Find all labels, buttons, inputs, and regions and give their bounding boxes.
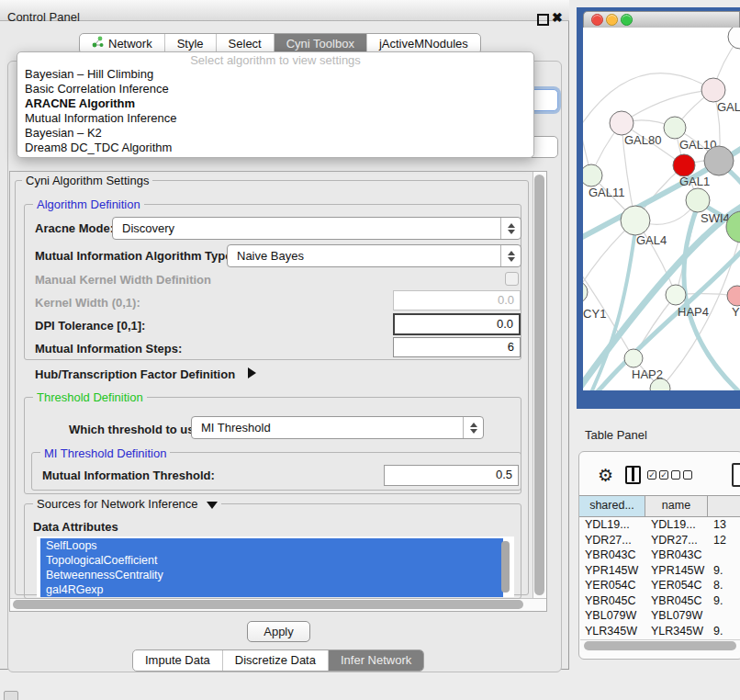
table-row[interactable]: YBR045CYBR045C9.: [579, 593, 740, 609]
attributes-list-scrollbar-thumb[interactable]: [501, 541, 510, 593]
table-cell: 12: [708, 533, 740, 548]
aracne-mode-select[interactable]: Discovery: [112, 217, 521, 240]
network-node-top-partial[interactable]: [728, 28, 740, 49]
table-cell: 13: [708, 517, 740, 533]
attribute-item[interactable]: SelfLoops: [40, 538, 503, 553]
table-row[interactable]: YPR145WYPR145W9.: [579, 563, 740, 579]
vertical-scrollbar-thumb[interactable]: [534, 175, 544, 595]
checked-columns-icon[interactable]: ✓✓: [647, 470, 668, 480]
network-node-GAL80[interactable]: [610, 111, 633, 135]
table-row[interactable]: YER054CYER054C8.: [579, 578, 740, 593]
network-node-GAL10[interactable]: [664, 117, 686, 139]
network-node-label: GAL11: [589, 186, 625, 199]
kernel-width-field[interactable]: 0.0: [393, 290, 521, 310]
mi-threshold-field[interactable]: 0.5: [384, 465, 519, 486]
network-node-gray-node[interactable]: [704, 146, 734, 175]
algorithm-option[interactable]: ARACNE Algorithm: [17, 96, 533, 111]
network-node-GCY1[interactable]: [583, 281, 588, 303]
table-hscrollbar-thumb[interactable]: [584, 641, 736, 650]
table-row[interactable]: YLR345WYLR345W9.: [579, 624, 740, 639]
close-icon[interactable]: ✖: [552, 10, 563, 25]
tab-label: Infer Network: [341, 650, 411, 671]
stepper-arrows-icon: [500, 245, 521, 266]
minimize-traffic-icon[interactable]: [606, 14, 618, 26]
algorithm-option[interactable]: Bayesian – K2: [17, 126, 533, 141]
stepper-arrows-icon: [463, 417, 483, 438]
dpi-tolerance-field[interactable]: 0.0: [393, 313, 521, 335]
table-row[interactable]: YDR27...YDR27...12: [579, 533, 740, 548]
hub-factor-expander[interactable]: Hub/Transcription Factor Definition: [35, 367, 256, 381]
collapsed-panel-button[interactable]: [4, 691, 18, 700]
network-canvas[interactable]: GAL7GAL80GAL10GAL1GAL11SWI4GAL4GCY1HAP4Y…: [583, 28, 740, 390]
tab-infer-network[interactable]: Infer Network: [328, 650, 423, 671]
algorithm-option[interactable]: Mutual Information Inference: [17, 111, 533, 126]
tab-discretize-data[interactable]: Discretize Data: [222, 650, 328, 671]
attribute-item[interactable]: gal4RGexp: [40, 582, 503, 597]
mi-type-value: Naive Bayes: [228, 249, 500, 263]
tab-select[interactable]: Select: [216, 34, 274, 53]
horizontal-scrollbar-thumb[interactable]: [13, 600, 523, 609]
network-node-label: GAL1: [679, 175, 710, 188]
table-column-header[interactable]: name: [645, 496, 708, 516]
which-threshold-select[interactable]: MI Threshold: [191, 416, 484, 439]
network-node-SWI4[interactable]: [686, 188, 710, 212]
algorithm-option[interactable]: Bayesian – Hill Climbing: [17, 67, 533, 82]
split-view-icon[interactable]: [625, 466, 641, 484]
network-node-label: Y: [732, 305, 740, 319]
tab-style[interactable]: Style: [164, 34, 216, 53]
manual-kernel-label: Manual Kernel Width Definition: [35, 273, 211, 287]
close-traffic-icon[interactable]: [591, 14, 603, 26]
network-edge: [583, 73, 713, 133]
cyni-settings-group-title: Cyni Algorithm Settings: [22, 174, 152, 187]
table-cell: [708, 548, 740, 563]
network-node-HAP2[interactable]: [624, 349, 643, 367]
network-node-GAL1[interactable]: [673, 154, 695, 176]
tab-jactivemnodules[interactable]: jActiveMNodules: [366, 34, 480, 53]
table-cell: YBR043C: [579, 548, 645, 563]
expander-right-arrow-icon: [248, 367, 256, 378]
table-row[interactable]: YDL19...YDL19...13: [579, 517, 740, 533]
gear-icon[interactable]: ⚙: [598, 465, 613, 486]
attribute-item[interactable]: BetweennessCentrality: [40, 568, 503, 582]
dpi-tolerance-label: DPI Tolerance [0,1]:: [35, 319, 145, 333]
tab-network[interactable]: Network: [80, 34, 164, 53]
screen: Control Panel ✖ NetworkStyleSelectCyni T…: [0, 0, 740, 700]
network-node-GAL7[interactable]: [701, 78, 725, 102]
apply-button[interactable]: Apply: [247, 621, 310, 642]
manual-kernel-checkbox[interactable]: [505, 272, 519, 286]
control-panel-title: Control Panel: [7, 10, 80, 24]
tab-cyni-toolbox[interactable]: Cyni Toolbox: [274, 34, 366, 53]
document-icon[interactable]: [732, 463, 740, 487]
table-column-header[interactable]: [708, 496, 740, 516]
network-node-GAL4[interactable]: [621, 206, 650, 235]
tab-label: Discretize Data: [235, 650, 316, 671]
network-edge: [622, 90, 713, 123]
algorithm-option[interactable]: Dream8 DC_TDC Algorithm: [17, 141, 533, 155]
table-cell: YPR145W: [645, 563, 708, 579]
unchecked-columns-icon[interactable]: [671, 470, 692, 480]
threshold-definition-title: Threshold Definition: [33, 390, 147, 404]
mi-steps-field[interactable]: 6: [393, 337, 521, 357]
control-panel-titlebar[interactable]: [0, 0, 569, 21]
mi-steps-label: Mutual Information Steps:: [35, 342, 182, 356]
network-node-label: GAL80: [624, 133, 661, 147]
zoom-traffic-icon[interactable]: [621, 14, 633, 26]
sources-title: Sources for Network Inference: [37, 497, 198, 511]
table-cell: YBL079W: [645, 608, 708, 624]
mi-threshold-definition-title: MI Threshold Definition: [40, 446, 170, 460]
mi-type-select[interactable]: Naive Bayes: [227, 244, 521, 267]
network-node-label: SWI4: [701, 211, 730, 225]
network-node-GAL11[interactable]: [583, 164, 602, 186]
table-column-header[interactable]: shared...: [579, 496, 645, 516]
algorithm-option[interactable]: Basic Correlation Inference: [17, 82, 533, 96]
table-row[interactable]: YBL079WYBL079W: [579, 608, 740, 624]
float-window-icon[interactable]: [537, 14, 549, 26]
table-row[interactable]: YBR043CYBR043C: [579, 548, 740, 563]
table-cell: YBL079W: [579, 608, 645, 624]
network-node-salmon-node[interactable]: [727, 286, 740, 306]
sources-expander[interactable]: Sources for Network Inference: [33, 497, 221, 511]
tab-impute-data[interactable]: Impute Data: [133, 650, 222, 671]
network-node-HAP4[interactable]: [666, 285, 686, 305]
table-cell: YER054C: [645, 578, 708, 593]
attribute-item[interactable]: TopologicalCoefficient: [40, 553, 503, 568]
